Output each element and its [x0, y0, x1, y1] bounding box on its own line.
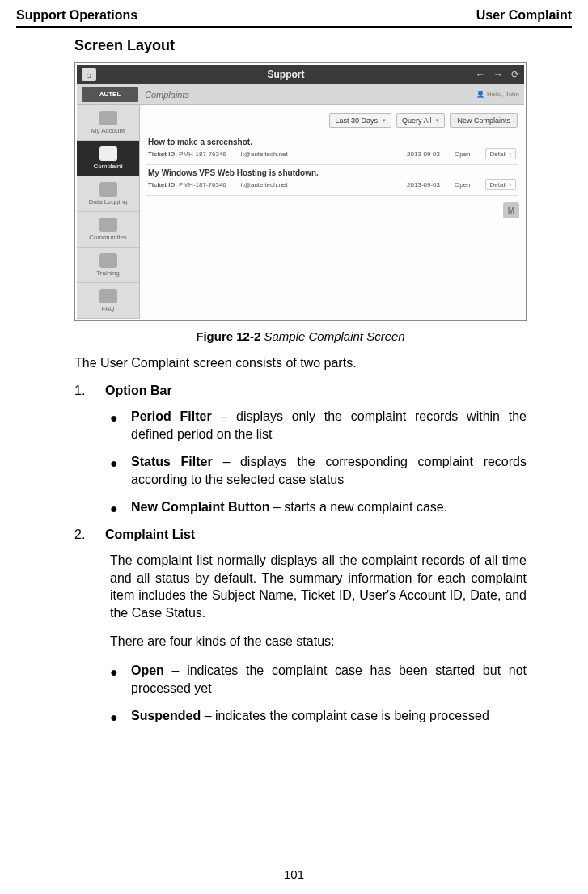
ticket-date: 2013-09-03 [407, 150, 440, 158]
ticket-id: PMH-187-76346 [179, 150, 226, 158]
bullet-icon: ● [110, 453, 120, 489]
account-icon [99, 111, 117, 125]
bullet-icon: ● [110, 498, 120, 518]
sidebar-item-faq: FAQ [77, 283, 139, 319]
sidebar-item-label: Training [96, 269, 120, 277]
detail-button: Detail› [485, 179, 516, 190]
logging-icon [99, 182, 117, 197]
bullet-lead: New Complaint Button [131, 500, 270, 514]
chevron-right-icon: › [509, 150, 511, 158]
sidebar-item-data-logging: Data Logging [77, 176, 139, 212]
ticket-date: 2013-09-03 [407, 181, 440, 189]
header-rule [16, 26, 572, 28]
status-filter: Query All▾ [396, 113, 446, 128]
figure-sidebar: My Account Complaint Data Logging Commun… [77, 105, 140, 319]
chevron-down-icon: ▾ [383, 117, 386, 124]
bullet-text: – indicates the complaint case is being … [201, 709, 489, 722]
ticket-status: Open [455, 150, 471, 158]
bullet-item: ● Open – indicates the complaint case ha… [110, 662, 527, 697]
list-title-option-bar: Option Bar [105, 383, 172, 398]
sidebar-item-complaint: Complaint [77, 141, 139, 176]
caption-figure-num: Figure 12-2 [196, 329, 260, 343]
ticket-row: My Windows VPS Web Hosting is shutdown. … [146, 165, 518, 196]
sidebar-item-my-account: My Account [77, 105, 139, 141]
figure-panel: Last 30 Days▾ Query All▾ New Complaints … [140, 105, 524, 319]
chevron-right-icon: › [509, 180, 511, 189]
bullet-item: ● Suspended – indicates the complaint ca… [110, 707, 527, 727]
detail-button: Detail› [485, 148, 516, 159]
bullet-lead: Open [131, 663, 164, 677]
figure-caption: Figure 12-2 Sample Complaint Screen [74, 329, 527, 343]
bullet-item: ● New Complaint Button – starts a new co… [110, 498, 527, 518]
list-number-1: 1. [74, 383, 87, 398]
ticket-row: How to make a screenshot. Ticket ID: PMH… [146, 134, 518, 165]
sidebar-item-label: Complaint [93, 163, 122, 170]
period-filter: Last 30 Days▾ [329, 113, 391, 128]
float-button: M [503, 202, 519, 218]
bullet-icon: ● [110, 662, 120, 697]
sidebar-item-label: Data Logging [89, 198, 128, 205]
intro-paragraph: The User Complaint screen consists of tw… [74, 354, 527, 372]
list-title-complaint-list: Complaint List [105, 528, 195, 542]
faq-icon [99, 289, 117, 303]
ticket-id: PMH-187-76346 [179, 181, 226, 189]
sidebar-item-label: FAQ [101, 305, 114, 312]
figure-subbar: AUTEL Complaints 👤 Hello, John [77, 84, 524, 105]
figure-topbar: ⌂ Support ← → ⟳ [77, 65, 524, 84]
ticket-subject: My Windows VPS Web Hosting is shutdown. [148, 168, 516, 177]
section-title: Screen Layout [74, 37, 527, 54]
detail-label: Detail [490, 150, 506, 158]
sidebar-item-label: Communities [89, 234, 127, 241]
complaint-list-para2: There are four kinds of the case status: [74, 633, 527, 650]
list-number-2: 2. [74, 528, 87, 542]
page-number: 101 [0, 867, 588, 881]
status-filter-value: Query All [402, 117, 432, 125]
ticket-email: it@auteltech.net [241, 181, 288, 189]
sidebar-item-communities: Communities [77, 212, 139, 248]
greeting-text: Hello, John [487, 91, 519, 98]
detail-label: Detail [490, 181, 506, 189]
new-complaint-button: New Complaints [450, 113, 518, 128]
bullet-icon: ● [110, 707, 120, 727]
chevron-down-icon: ▾ [436, 117, 439, 124]
period-filter-value: Last 30 Days [335, 117, 378, 125]
home-icon: ⌂ [82, 68, 96, 81]
ticket-id-label: Ticket ID: [148, 181, 177, 189]
back-icon: ← [476, 69, 485, 80]
figure-screenshot: ⌂ Support ← → ⟳ AUTEL Complaints 👤 Hello… [74, 62, 527, 321]
header-right: User Complaint [476, 8, 572, 23]
bullet-lead: Suspended [131, 709, 201, 722]
complaint-icon [99, 146, 117, 161]
bullet-icon: ● [110, 408, 120, 443]
ticket-id-label: Ticket ID: [148, 150, 177, 158]
ticket-subject: How to make a screenshot. [148, 138, 516, 146]
training-icon [99, 253, 117, 268]
ticket-status: Open [455, 181, 471, 189]
caption-title: Sample Complaint Screen [260, 329, 404, 343]
figure-title: Support [103, 69, 469, 80]
bullet-lead: Status Filter [131, 455, 213, 468]
sidebar-item-label: My Account [91, 127, 125, 134]
bullet-item: ● Status Filter – displays the correspon… [110, 453, 527, 489]
breadcrumb: Complaints [145, 90, 189, 100]
bullet-text: – starts a new complaint case. [270, 500, 448, 514]
complaint-list-para1: The complaint list normally displays all… [74, 552, 527, 621]
greeting: 👤 Hello, John [476, 91, 519, 98]
bullet-lead: Period Filter [131, 409, 212, 423]
logo: AUTEL [82, 87, 138, 102]
communities-icon [99, 218, 117, 232]
sidebar-item-training: Training [77, 248, 139, 283]
refresh-icon: ⟳ [511, 69, 519, 80]
ticket-email: it@auteltech.net [241, 150, 288, 158]
bullet-text: – indicates the complaint case has been … [131, 663, 527, 695]
forward-icon: → [493, 69, 503, 80]
header-left: Support Operations [16, 8, 137, 23]
bullet-item: ● Period Filter – displays only the comp… [110, 408, 527, 443]
user-icon: 👤 [476, 91, 484, 98]
